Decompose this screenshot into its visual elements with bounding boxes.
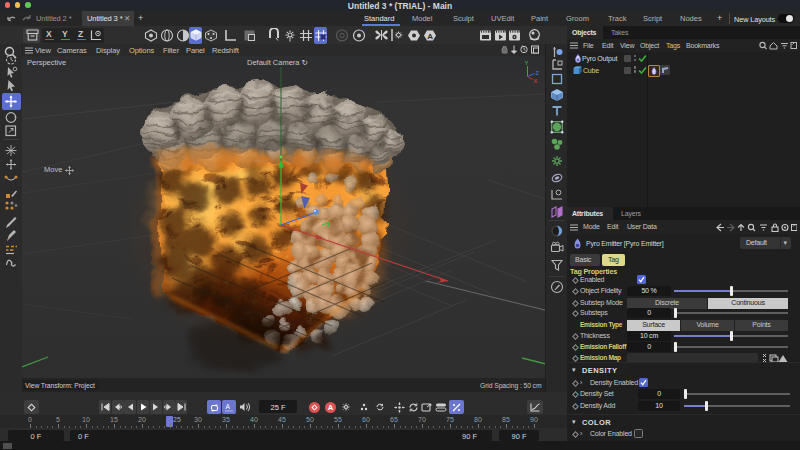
svg-text:Y: Y xyxy=(525,60,529,66)
svg-text:A: A xyxy=(225,403,230,410)
svg-text:X: X xyxy=(534,78,538,83)
svg-text:A: A xyxy=(427,31,433,40)
svg-text:Z: Z xyxy=(536,70,540,76)
